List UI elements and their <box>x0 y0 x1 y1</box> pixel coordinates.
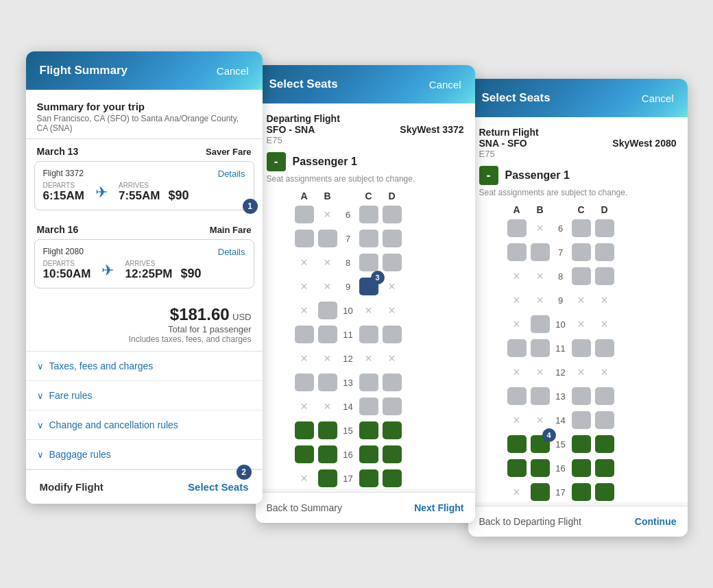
seat-green[interactable] <box>293 420 316 441</box>
seat-available[interactable] <box>380 324 404 345</box>
seat-green[interactable]: 4 <box>529 434 552 454</box>
seat-available[interactable] <box>529 338 552 358</box>
select-seats-button[interactable]: Select Seats <box>188 481 248 493</box>
accordion-change[interactable]: ∨ Change and cancellation rules <box>26 411 263 440</box>
seat-available[interactable] <box>593 338 616 358</box>
table-row: 11 <box>272 324 459 345</box>
total-note: Includes taxes, fees, and charges <box>37 334 252 344</box>
seat-available[interactable] <box>316 324 339 345</box>
seat-available[interactable] <box>593 242 616 262</box>
seat-green[interactable] <box>380 420 404 441</box>
next-flight-button[interactable]: Next Flight <box>414 502 463 513</box>
seat-green[interactable] <box>293 444 316 465</box>
seat-green[interactable] <box>505 458 529 478</box>
seat-green[interactable] <box>380 444 404 465</box>
seat-green[interactable] <box>316 468 339 489</box>
seat-taken: × <box>316 204 339 225</box>
seat-available[interactable] <box>593 386 616 406</box>
seat-green[interactable] <box>570 434 593 454</box>
back-to-summary-button[interactable]: Back to Summary <box>267 502 342 513</box>
seat-green[interactable] <box>357 444 380 465</box>
seat-available[interactable] <box>380 372 404 393</box>
seat-available[interactable] <box>505 386 529 406</box>
seat-green[interactable] <box>316 420 339 441</box>
seat-available[interactable] <box>316 372 339 393</box>
seat-available[interactable] <box>593 266 616 286</box>
seat-available[interactable] <box>570 242 593 262</box>
panel1-title: Flight Summary <box>40 64 128 77</box>
seat-green[interactable] <box>593 458 616 478</box>
seat-available[interactable] <box>357 396 380 417</box>
table-row: 15 <box>272 420 459 441</box>
seat-available[interactable] <box>570 338 593 358</box>
flight1-card: Flight 3372 Details DEPARTS 6:15AM ✈ ARR… <box>34 161 254 210</box>
row-number: 8 <box>339 258 357 268</box>
seat-available[interactable] <box>380 204 404 225</box>
accordion-taxes[interactable]: ∨ Taxes, fees and charges <box>26 352 263 381</box>
seat-available[interactable] <box>529 242 552 262</box>
seat-green[interactable] <box>316 444 339 465</box>
panel2-cancel-button[interactable]: Cancel <box>429 79 461 90</box>
seat-available[interactable] <box>593 218 616 238</box>
seat-available[interactable] <box>529 386 552 406</box>
seat-available[interactable] <box>570 218 593 238</box>
seat-green[interactable] <box>593 482 616 502</box>
seat-available[interactable] <box>529 314 552 334</box>
row-number: 7 <box>339 234 357 244</box>
accordion-baggage[interactable]: ∨ Baggage rules <box>26 440 263 469</box>
seat-available[interactable] <box>293 372 316 393</box>
seat-available[interactable] <box>505 242 529 262</box>
seat-available[interactable] <box>570 266 593 286</box>
seat-available[interactable] <box>293 204 316 225</box>
departing-route-text: SFO - SNA <box>267 124 315 135</box>
seat-available[interactable] <box>293 228 316 249</box>
seat-available[interactable] <box>570 410 593 430</box>
seat-available[interactable] <box>316 228 339 249</box>
seat-green[interactable] <box>529 458 552 478</box>
summary-subtitle: San Francisco, CA (SFO) to Santa Ana/Ora… <box>37 114 252 133</box>
seat-available[interactable] <box>570 386 593 406</box>
seat-available[interactable] <box>357 204 380 225</box>
seat-available[interactable] <box>357 372 380 393</box>
flight2-arrives-time: 12:25PM <box>125 267 172 281</box>
seat-available[interactable] <box>505 218 529 238</box>
passenger1-badge[interactable]: - <box>267 152 286 171</box>
passenger1-return-badge[interactable]: - <box>479 166 498 185</box>
passenger1-row: - Passenger 1 <box>267 152 464 171</box>
seat-green[interactable] <box>357 468 380 489</box>
continue-button[interactable]: Continue <box>635 516 677 527</box>
seat-available[interactable] <box>380 252 404 273</box>
flight1-details-link[interactable]: Details <box>218 169 245 179</box>
row-number: 9 <box>552 295 570 306</box>
table-row: ×17 <box>485 482 671 502</box>
seat-grid-return: A B C D ×67××8××9×××10××11××12××13××1441… <box>479 204 677 502</box>
seat-green[interactable] <box>505 434 529 454</box>
seat-available[interactable] <box>357 228 380 249</box>
seat-available[interactable] <box>293 324 316 345</box>
seat-selected[interactable]: 3 <box>357 276 380 297</box>
modify-flight-button[interactable]: Modify Flight <box>40 481 104 493</box>
panel3-cancel-button[interactable]: Cancel <box>642 93 674 104</box>
accordion-fare-rules[interactable]: ∨ Fare rules <box>26 381 263 411</box>
seat-green[interactable] <box>570 458 593 478</box>
back-to-departing-button[interactable]: Back to Departing Flight <box>479 516 581 527</box>
row-number: 6 <box>552 223 570 234</box>
seat-green[interactable] <box>593 434 616 454</box>
seat-green[interactable] <box>570 482 593 502</box>
seat-green[interactable] <box>529 482 552 502</box>
row-number: 16 <box>552 463 570 474</box>
seat-available[interactable] <box>593 410 616 430</box>
seat-green[interactable] <box>380 468 404 489</box>
seat-available[interactable] <box>380 228 404 249</box>
flight2-details-link[interactable]: Details <box>218 247 245 257</box>
panel1-cancel-button[interactable]: Cancel <box>217 65 249 77</box>
row-number: 10 <box>552 319 570 330</box>
seat-green[interactable] <box>357 420 380 441</box>
seat-available[interactable] <box>505 338 529 358</box>
chevron-down-icon: ∨ <box>37 361 44 371</box>
seat-available[interactable] <box>357 252 380 273</box>
chevron-down-icon-2: ∨ <box>37 391 44 401</box>
seat-available[interactable] <box>316 300 339 321</box>
seat-available[interactable] <box>380 396 404 417</box>
seat-available[interactable] <box>357 324 380 345</box>
